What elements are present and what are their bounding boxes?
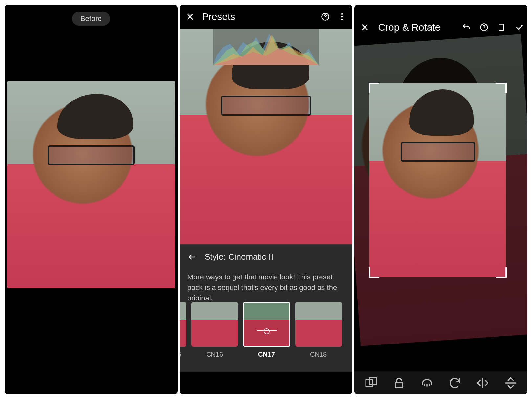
help-icon[interactable] <box>479 23 489 32</box>
aspect-icon[interactable] <box>497 23 506 32</box>
presets-view: Presets Style: Cinematic II More ways <box>180 5 353 394</box>
arrow-left-icon[interactable] <box>188 253 197 262</box>
panel-title: Presets <box>202 11 314 22</box>
undo-icon[interactable] <box>462 23 471 32</box>
svg-point-3 <box>341 19 343 20</box>
svg-rect-5 <box>499 24 504 31</box>
status-bar <box>354 5 527 12</box>
crop-frame[interactable] <box>369 83 506 277</box>
preset-thumbnail-strip[interactable]: CN15 CN16 CN17 CN18 <box>180 300 353 372</box>
crop-toolbar <box>354 371 527 394</box>
preset-thumb[interactable]: CN18 <box>295 302 342 358</box>
lock-icon[interactable] <box>392 376 406 390</box>
style-name: Style: Cinematic II <box>205 252 274 262</box>
preset-thumb[interactable]: CN15 <box>180 302 186 358</box>
preset-thumb[interactable]: CN16 <box>191 302 238 358</box>
rotate-icon[interactable] <box>448 376 462 390</box>
help-icon[interactable] <box>321 12 330 21</box>
svg-point-1 <box>341 13 343 15</box>
flip-h-icon[interactable] <box>476 376 490 390</box>
svg-rect-8 <box>396 382 403 388</box>
close-icon[interactable] <box>360 23 369 32</box>
svg-point-2 <box>341 16 343 18</box>
straighten-icon[interactable] <box>420 376 434 390</box>
before-badge: Before <box>72 12 110 26</box>
check-icon[interactable] <box>515 23 524 32</box>
flip-v-icon[interactable] <box>504 376 518 390</box>
preset-thumb-selected[interactable]: CN17 <box>243 302 290 358</box>
panel-title: Crop & Rotate <box>378 22 453 33</box>
more-vert-icon[interactable] <box>337 12 346 21</box>
histogram[interactable] <box>213 29 319 65</box>
before-view: Before <box>5 5 178 394</box>
close-icon[interactable] <box>186 12 195 21</box>
crop-rotate-view: Crop & Rotate <box>354 5 527 394</box>
photo-preview[interactable] <box>7 81 175 288</box>
aspect-ratio-icon[interactable] <box>364 376 378 390</box>
